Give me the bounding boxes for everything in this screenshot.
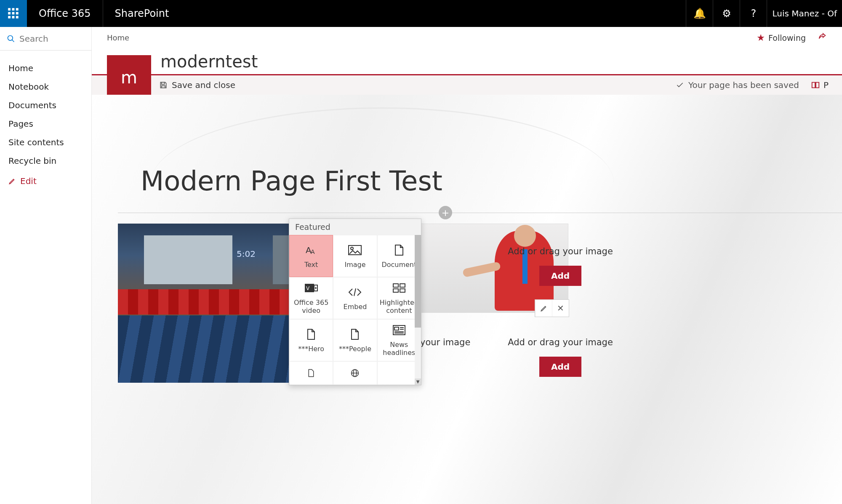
svg-point-18 [315,287,317,289]
svg-point-9 [8,35,13,40]
user-menu[interactable]: Luis Manez - Of [767,0,842,27]
svg-text:V: V [306,285,310,291]
help-button[interactable]: ? [740,0,767,27]
left-nav: Search Home Notebook Documents Pages Sit… [0,27,92,504]
page-title[interactable]: Modern Page First Test [141,165,442,197]
embed-icon [348,286,362,299]
help-icon: ? [751,8,757,19]
save-label: Save and close [172,80,235,90]
picker-item-partial[interactable] [333,361,377,385]
nav-edit[interactable]: Edit [0,170,91,192]
picker-item-label: ***People [339,345,371,353]
brand-label[interactable]: Office 365 [27,0,103,27]
page-canvas: Modern Page First Test + 5:02 [92,95,842,504]
search-placeholder: Search [19,34,48,44]
breadcrumb[interactable]: Home [107,33,129,42]
webpart-picker: Featured AA Text Image Docume [289,219,421,385]
svg-point-14 [351,247,353,250]
svg-rect-7 [12,16,15,19]
nav-notebook[interactable]: Notebook [0,77,91,96]
suite-bar: Office 365 SharePoint 🔔 ⚙ ? Luis Manez -… [0,0,842,27]
svg-rect-5 [16,12,19,15]
share-button[interactable] [818,32,827,43]
picker-item-hero[interactable]: ***Hero [289,319,333,361]
bell-icon: 🔔 [693,8,706,19]
document-icon [394,244,404,256]
nav-recycle-bin[interactable]: Recycle bin [0,152,91,170]
add-image-placeholder: Add or drag your image Add [499,246,621,286]
page-icon [306,367,316,379]
picker-item-partial[interactable] [289,361,333,385]
picker-item-video[interactable]: V Office 365 video [289,277,333,319]
nav-documents[interactable]: Documents [0,96,91,115]
site-name[interactable]: moderntest [160,52,258,71]
picker-item-text[interactable]: AA Text [289,235,333,277]
nav-home[interactable]: Home [0,59,91,77]
svg-rect-19 [393,284,398,287]
add-image-placeholder: Add or drag your image Add [499,337,621,377]
nav-site-contents[interactable]: Site contents [0,133,91,152]
picker-item-label: Highlighted content [379,299,419,315]
svg-rect-3 [8,12,11,15]
add-image-button[interactable]: Add [539,357,581,377]
add-image-label-cropped: your image [420,337,470,347]
command-bar: Save and close Your page has been saved … [92,75,842,95]
svg-rect-2 [16,8,19,11]
video-icon: V [304,282,318,294]
picker-item-label: Image [344,261,365,269]
save-and-close-button[interactable]: Save and close [159,80,235,90]
pencil-icon [8,177,16,185]
image-icon [348,244,362,256]
scrollbar-down[interactable]: ▼ [415,379,421,385]
highlighted-icon [393,282,405,294]
svg-rect-20 [400,284,405,287]
picker-item-label: ***Hero [298,345,324,353]
add-webpart-button[interactable]: + [439,206,452,219]
webpart-toolbar: ✕ [535,299,569,317]
page-icon [350,328,360,341]
screen-icon [144,235,232,284]
svg-text:A: A [311,248,315,255]
follow-button[interactable]: ★ Following [757,32,806,43]
picker-item-embed[interactable]: Embed [333,277,377,319]
add-image-label: Add or drag your image [499,246,621,256]
search-icon [7,35,15,43]
reading-icon [811,80,820,90]
clock-icon: 5:02 [237,249,256,259]
scrollbar-thumb[interactable] [415,235,421,328]
edit-webpart-button[interactable] [535,300,552,317]
gear-icon: ⚙ [722,8,731,19]
main: Home ★ Following m moderntest Save and c… [92,27,842,504]
app-launcher[interactable] [0,0,27,27]
news-icon [393,324,405,336]
svg-rect-4 [12,12,15,15]
close-icon: ✕ [557,303,564,313]
search-box[interactable]: Search [0,27,91,51]
site-logo[interactable]: m [107,55,151,99]
nav-pages[interactable]: Pages [0,115,91,133]
globe-icon [349,367,360,379]
notifications-button[interactable]: 🔔 [686,0,713,27]
app-label[interactable]: SharePoint [103,8,181,19]
follow-label: Following [768,33,806,43]
svg-rect-8 [16,16,19,19]
nav-edit-label: Edit [20,176,37,186]
save-icon [159,81,168,89]
picker-item-label: Text [304,261,318,269]
svg-rect-22 [400,289,405,292]
add-image-button[interactable]: Add [539,266,581,286]
svg-rect-24 [394,327,399,330]
add-image-label: Add or drag your image [499,337,621,347]
settings-button[interactable]: ⚙ [713,0,740,27]
publish-button[interactable]: P [811,80,829,90]
picker-item-image[interactable]: Image [333,235,377,277]
text-icon: AA [305,244,317,256]
waffle-icon [8,8,19,19]
delete-webpart-button[interactable]: ✕ [552,300,569,317]
saved-label: Your page has been saved [688,80,799,90]
picker-item-people[interactable]: ***People [333,319,377,361]
section-divider [118,213,842,213]
svg-rect-1 [12,8,15,11]
picker-header: Featured [289,219,421,235]
picker-item-label: Office 365 video [291,299,331,315]
